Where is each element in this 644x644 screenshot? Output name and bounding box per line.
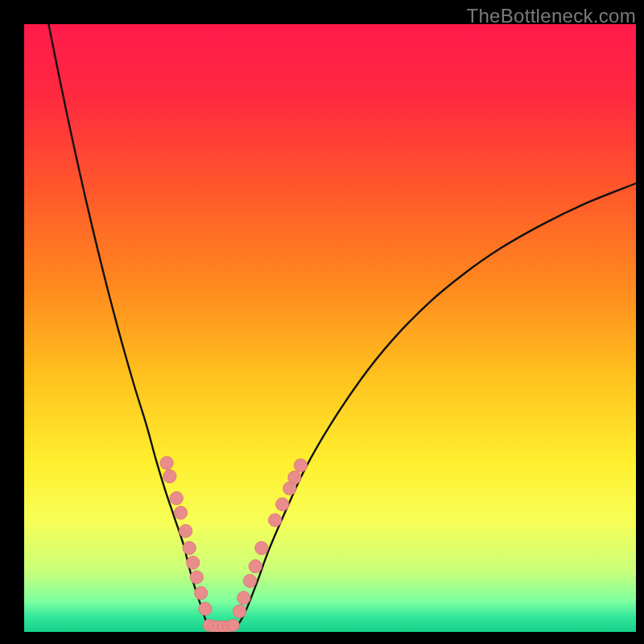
- data-dot: [276, 497, 289, 510]
- plot-area: [24, 24, 636, 632]
- data-dot: [190, 571, 203, 584]
- data-dot: [160, 456, 173, 469]
- data-dot: [194, 586, 207, 599]
- data-dot: [268, 514, 281, 526]
- data-dot: [183, 542, 196, 555]
- data-dot: [233, 605, 246, 617]
- data-dot: [249, 559, 262, 572]
- data-dot: [187, 556, 200, 569]
- data-dot: [294, 459, 307, 472]
- data-dot: [163, 470, 176, 483]
- data-dot: [237, 592, 250, 605]
- data-dot: [288, 471, 301, 484]
- gradient-background: [24, 24, 636, 632]
- data-dot: [255, 542, 268, 555]
- data-dot: [174, 506, 187, 519]
- chart-svg: [24, 24, 636, 632]
- data-dot: [179, 524, 192, 537]
- data-dot: [199, 602, 212, 615]
- data-dot: [243, 574, 256, 587]
- data-dot: [227, 619, 239, 631]
- watermark-text: TheBottleneck.com: [466, 5, 636, 27]
- data-dot: [170, 492, 183, 505]
- chart-stage: TheBottleneck.com: [0, 0, 644, 644]
